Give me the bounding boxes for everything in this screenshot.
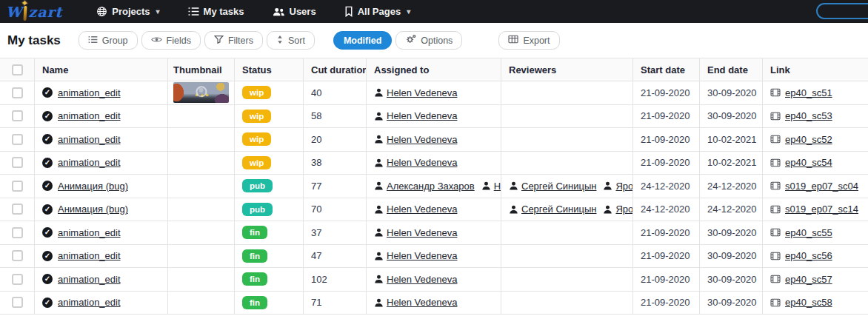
- status-badge[interactable]: fin: [242, 249, 267, 263]
- row-select-cell: [0, 175, 35, 198]
- select-all-checkbox[interactable]: [12, 64, 23, 75]
- task-name-link[interactable]: animation_edit: [58, 87, 121, 98]
- start-date-cell: 21-09-2020: [633, 152, 700, 175]
- status-badge[interactable]: pub: [242, 179, 273, 192]
- check-circle-icon: ✓: [42, 181, 53, 191]
- film-icon: [770, 252, 781, 260]
- shot-link[interactable]: ep40_sc53: [785, 110, 832, 121]
- fields-button[interactable]: Fields: [141, 31, 201, 50]
- assignee-link[interactable]: Helen Vedeneva: [387, 110, 457, 121]
- task-name-link[interactable]: animation_edit: [58, 250, 121, 261]
- shot-link[interactable]: s019_ep07_sc14: [785, 204, 858, 215]
- reviewer-link[interactable]: Сергей Синицын: [521, 181, 596, 192]
- sort-button[interactable]: Sort: [267, 31, 315, 50]
- task-name-link[interactable]: Анимация (bug): [58, 181, 128, 192]
- person-icon: [374, 298, 384, 307]
- task-name-link[interactable]: animation_edit: [58, 274, 121, 285]
- search-input[interactable]: [816, 3, 868, 19]
- shot-link[interactable]: ep40_sc54: [785, 157, 832, 168]
- reviewers-cell: Сергей СиницынЯрос: [501, 175, 633, 198]
- assignee-link[interactable]: Александр Захаров: [387, 181, 475, 192]
- thumbnail-cell: [168, 105, 235, 128]
- nav-item-users[interactable]: Users: [273, 6, 316, 17]
- shot-link[interactable]: ep40_sc51: [785, 87, 832, 98]
- table-header-row: Name Thumbnail Status Cut duration Assig…: [0, 58, 868, 81]
- link-cell: ep40_sc54: [763, 152, 868, 175]
- status-cell: pub: [235, 198, 304, 221]
- assignee-link[interactable]: Helen Vedeneva: [387, 297, 457, 308]
- assignee-link[interactable]: Helen Vedeneva: [387, 274, 457, 285]
- chevron-down-icon: ▾: [407, 7, 410, 16]
- shot-link[interactable]: ep40_sc55: [785, 227, 832, 238]
- column-header-cut-duration: Cut duration: [304, 58, 367, 81]
- export-button[interactable]: Export: [498, 31, 559, 50]
- assignee-link[interactable]: Helen Vedeneva: [387, 227, 457, 238]
- assignee-link[interactable]: Helen Vedeneva: [387, 87, 457, 98]
- logo[interactable]: Wzart: [6, 2, 62, 21]
- shot-link[interactable]: ep40_sc52: [785, 134, 832, 145]
- film-icon: [770, 112, 781, 121]
- task-row: ✓Анимация (bug)pub77Александр ЗахаровHСе…: [0, 175, 868, 198]
- status-cell: fin: [235, 292, 304, 315]
- options-button[interactable]: Options: [395, 31, 462, 50]
- end-date-cell: 30-09-2020: [700, 245, 763, 268]
- assignee-link[interactable]: Helen Vedeneva: [387, 157, 457, 168]
- filters-button[interactable]: Filters: [204, 31, 263, 50]
- status-badge[interactable]: pub: [242, 203, 273, 216]
- task-name-link[interactable]: Анимация (bug): [58, 204, 128, 215]
- assignee-link[interactable]: H: [494, 181, 501, 192]
- nav-item-projects[interactable]: Projects ▾: [96, 6, 159, 17]
- task-name-cell: ✓animation_edit: [35, 268, 168, 291]
- row-checkbox[interactable]: [12, 297, 23, 308]
- group-button[interactable]: Group: [79, 31, 138, 50]
- check-circle-icon: ✓: [42, 251, 53, 261]
- modified-button[interactable]: Modified: [333, 31, 392, 50]
- end-date-value: 30-09-2020: [707, 110, 757, 121]
- row-select-cell: [0, 105, 35, 128]
- shot-link[interactable]: ep40_sc56: [785, 250, 832, 261]
- status-badge[interactable]: wip: [242, 132, 271, 146]
- reviewer-link[interactable]: Сергей Синицын: [521, 204, 596, 215]
- reviewer-link[interactable]: Ярос: [615, 204, 633, 215]
- status-badge[interactable]: fin: [242, 296, 267, 309]
- status-badge[interactable]: wip: [242, 86, 271, 99]
- status-badge[interactable]: fin: [242, 226, 267, 239]
- column-header-reviewers: Reviewers: [501, 58, 633, 81]
- modified-button-label: Modified: [344, 36, 381, 46]
- nav-item-all-pages[interactable]: All Pages ▾: [344, 6, 411, 17]
- sort-button-label: Sort: [288, 36, 305, 46]
- row-checkbox[interactable]: [12, 157, 23, 168]
- task-name-link[interactable]: animation_edit: [58, 227, 121, 238]
- task-name-link[interactable]: animation_edit: [58, 157, 121, 168]
- person-icon: [374, 275, 384, 283]
- task-name-link[interactable]: animation_edit: [58, 297, 121, 308]
- task-name-link[interactable]: animation_edit: [58, 110, 121, 121]
- assigned-cell: Helen Vedeneva: [367, 128, 501, 151]
- reviewers-cell: [501, 221, 633, 244]
- shot-link[interactable]: ep40_sc57: [785, 274, 832, 285]
- row-checkbox[interactable]: [12, 181, 23, 192]
- row-checkbox[interactable]: [12, 110, 23, 121]
- row-checkbox[interactable]: [12, 204, 23, 215]
- reviewer-link[interactable]: Ярос: [615, 181, 633, 192]
- nav-item-my-tasks[interactable]: My tasks: [188, 6, 244, 17]
- shot-link[interactable]: ep40_sc58: [785, 297, 832, 308]
- row-checkbox[interactable]: [12, 274, 23, 285]
- task-thumbnail[interactable]: [173, 82, 229, 103]
- row-checkbox[interactable]: [12, 227, 23, 238]
- status-badge[interactable]: fin: [242, 272, 267, 286]
- assignee-link[interactable]: Helen Vedeneva: [387, 134, 457, 145]
- task-row: ✓animation_editfin47Helen Vedeneva21-09-…: [0, 245, 868, 269]
- row-checkbox[interactable]: [12, 250, 23, 261]
- assignee-link[interactable]: Helen Vedeneva: [387, 204, 457, 215]
- assigned-cell: Helen Vedeneva: [367, 245, 501, 268]
- check-circle-icon: ✓: [42, 227, 53, 238]
- row-checkbox[interactable]: [12, 87, 23, 98]
- status-badge[interactable]: wip: [242, 156, 271, 169]
- task-name-link[interactable]: animation_edit: [58, 134, 121, 145]
- start-date-value: 21-09-2020: [641, 157, 690, 168]
- row-checkbox[interactable]: [12, 134, 23, 145]
- status-badge[interactable]: wip: [242, 110, 271, 123]
- assignee-link[interactable]: Helen Vedeneva: [387, 250, 457, 261]
- shot-link[interactable]: s019_ep07_sc04: [785, 181, 858, 192]
